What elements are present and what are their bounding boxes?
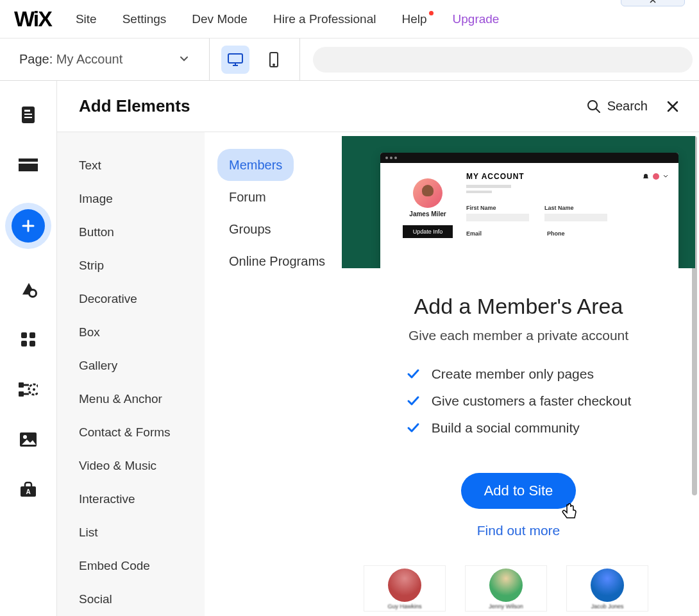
category-item[interactable]: Strip [70,249,113,282]
category-item[interactable]: Video & Music [70,449,165,483]
svg-point-10 [30,291,35,296]
rail-section-icon[interactable] [19,155,38,175]
member-name: Guy Hawkins [387,603,421,610]
svg-rect-4 [24,110,30,112]
svg-rect-11 [21,332,27,338]
member-preview-card[interactable]: Guy Hawkins [364,565,446,612]
svg-text:A: A [26,488,30,495]
category-item[interactable]: Menu & Anchor [70,382,171,416]
page-selector[interactable]: Page: My Account [0,52,209,67]
category-item[interactable]: List [70,516,107,549]
category-item[interactable]: Embed Code [70,549,159,583]
subcategory-item[interactable]: Online Programs [217,245,337,277]
svg-point-18 [33,388,35,391]
feature-check-row: Create member only pages [406,366,632,382]
feature-check-row: Build a social community [406,420,632,436]
bell-icon [643,173,649,180]
subcategory-item[interactable]: Forum [217,181,278,213]
mobile-view-button[interactable] [260,46,288,74]
feature-check-label: Create member only pages [432,366,594,382]
member-avatar-icon [388,569,421,602]
rail-media-icon[interactable] [19,430,38,449]
subcategory-item[interactable]: Members [217,149,294,181]
mock-account-title: MY ACCOUNT [466,172,525,181]
nav-devmode[interactable]: Dev Mode [192,12,248,26]
mock-field-email: Email [466,230,482,237]
add-to-site-button[interactable]: Add to Site [461,473,577,509]
chevron-down-icon [663,174,668,179]
chevron-down-icon [178,53,190,67]
rail-plugins-icon[interactable] [19,380,38,399]
svg-rect-14 [29,341,35,346]
category-item[interactable]: Button [70,216,123,249]
member-avatar-icon [489,569,523,602]
rail-add-button[interactable] [12,209,45,243]
category-item[interactable]: Contact & Forms [70,416,180,449]
preview-headline: Add a Member's Area [361,294,676,319]
cursor-hand-icon [559,501,581,523]
category-item[interactable]: Decorative [70,282,146,316]
subcategories-column: MembersForumGroupsOnline Programs [205,132,342,616]
category-item[interactable]: Text [70,149,110,182]
preview-hero: James Miler Update Info MY ACCOUNT [342,136,695,268]
panel-close-button[interactable] [666,99,680,114]
rail-theme-icon[interactable] [19,280,38,299]
nav-help[interactable]: Help [401,12,426,26]
top-search-input[interactable] [313,47,693,73]
check-icon [406,421,420,435]
preview-subhead: Give each member a private account [361,328,676,343]
avatar-small-icon [653,173,659,180]
mock-profile-name: James Miler [392,210,464,218]
nav-upgrade[interactable]: Upgrade [453,12,500,26]
svg-rect-6 [24,117,32,118]
close-icon [666,100,679,113]
find-out-more-link[interactable]: Find out more [361,523,676,538]
left-rail: A [0,81,56,616]
svg-rect-7 [19,158,38,162]
page-selector-prefix: Page: [19,52,56,66]
desktop-view-button[interactable] [221,46,249,74]
svg-rect-8 [19,164,38,171]
feature-check-row: Give customers a faster checkout [406,393,632,409]
member-preview-card[interactable]: Jacob Jones [566,565,648,612]
svg-rect-0 [228,54,242,63]
svg-rect-5 [24,114,32,115]
nav-help-label: Help [401,12,426,26]
svg-rect-16 [19,391,24,397]
nav-settings[interactable]: Settings [122,12,167,26]
svg-rect-15 [19,382,24,388]
svg-rect-13 [21,341,27,346]
mock-avatar-icon [413,178,442,208]
categories-column: TextImageButtonStripDecorativeBoxGallery… [57,132,205,616]
add-to-site-label: Add to Site [484,483,553,499]
svg-point-20 [23,435,27,439]
nav-site[interactable]: Site [76,12,97,26]
member-name: Jenny Wilson [489,603,523,610]
nav-hire[interactable]: Hire a Professional [273,12,376,26]
panel-search-button[interactable]: Search [587,99,648,114]
member-avatar-icon [591,569,624,602]
feature-check-label: Build a social community [432,420,580,436]
subcategory-item[interactable]: Groups [217,213,283,245]
panel-search-label: Search [607,99,648,114]
mock-field-lastname: Last Name [544,205,607,211]
preview-column: James Miler Update Info MY ACCOUNT [342,132,699,616]
page-selector-name: My Account [56,52,122,66]
search-icon [587,99,601,114]
svg-point-24 [653,173,659,180]
category-item[interactable]: Image [70,182,122,216]
collapse-top-handle[interactable] [621,0,685,6]
category-item[interactable]: Interactive [70,483,144,516]
notification-dot-icon [429,11,434,15]
rail-pages-icon[interactable] [19,105,38,124]
mock-browser-chrome [380,153,678,163]
mock-update-button: Update Info [403,225,453,238]
category-item[interactable]: Social [70,583,121,616]
category-item[interactable]: Box [70,316,109,349]
rail-apps-icon[interactable] [19,330,38,349]
category-item[interactable]: Gallery [70,349,126,382]
rail-business-icon[interactable]: A [19,480,38,499]
wix-logo[interactable]: WiX [14,6,51,31]
member-preview-card[interactable]: Jenny Wilson [465,565,547,612]
mock-field-firstname: First Name [466,205,529,211]
